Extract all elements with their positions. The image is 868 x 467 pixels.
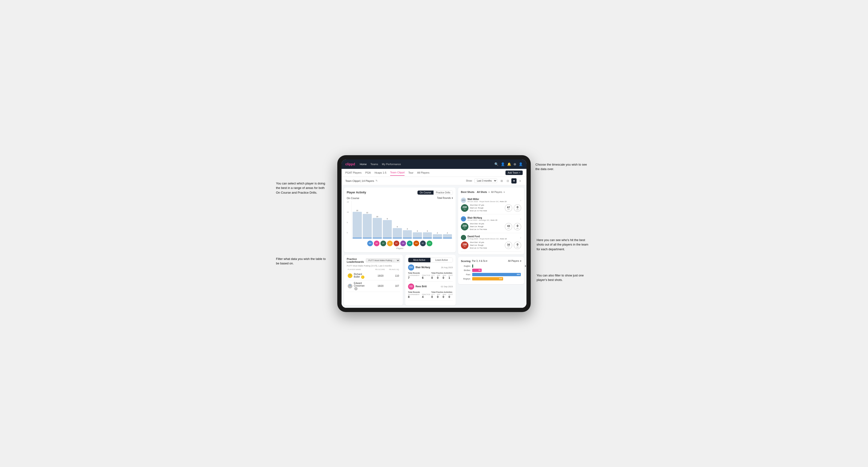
practice-col: Practice 6 (422, 275, 430, 280)
subnav-all-players[interactable]: All Players (417, 170, 430, 176)
bar-group: 2 (443, 232, 452, 238)
col-player-name: PLAYER NAME (348, 269, 371, 271)
bar (403, 230, 412, 239)
chart-dropdown[interactable]: Total Rounds ▾ (437, 197, 453, 199)
leaderboard-columns: PLAYER NAME PB SCORE PB AVG SQ (347, 269, 400, 271)
shot-badge: 200 SG (461, 223, 468, 230)
subnav-team-clippd[interactable]: Team Clippd (390, 169, 404, 176)
scoring-title: Scoring (461, 260, 470, 262)
bar-group: 12 (363, 212, 372, 239)
shot-distance-box: 67 yds (505, 204, 512, 212)
gtt-col: GTT 0 (431, 275, 434, 280)
birdies-bar: 96 (472, 269, 482, 272)
search-icon[interactable]: 🔍 (494, 162, 498, 166)
shot-player-info: Blair McHarg 23 Jul 2023 · Ashridge GC, … (467, 217, 519, 221)
sub-nav: PGAT Players PGA Hcaps 1-5 Team Clippd T… (342, 169, 526, 177)
edit-icon[interactable]: ✎ (375, 179, 378, 182)
expand-icon[interactable]: › (520, 198, 521, 202)
scoring-dropdown[interactable]: Par 3, 4 & 5s ▾ (472, 260, 487, 262)
leaderboard-dropdown[interactable]: PUTT Must Make Putting ... (366, 258, 400, 262)
least-active-btn[interactable]: Least Active (431, 258, 453, 262)
player-avatars: BMBBDFJCEEGBRBMMECLR (347, 241, 453, 246)
chevron-down-icon: ▾ (503, 191, 505, 193)
annotation-timescale: Choose the timescale you wish to see the… (535, 162, 587, 172)
expand-icon[interactable]: › (520, 236, 521, 239)
chevron-down-icon: ▾ (489, 191, 490, 193)
heart-view-icon[interactable]: ♥ (512, 178, 517, 184)
birdies-row: Birdies 96 (461, 269, 521, 272)
putt-col: PUTT 1 (448, 275, 453, 280)
subnav-tour[interactable]: Tour (408, 170, 413, 176)
arg-col: ARG 0 (442, 294, 446, 299)
add-team-button[interactable]: Add Team + (505, 170, 523, 175)
time-period-select[interactable]: Last 3 months Last 6 months Last year (474, 179, 497, 183)
practice-drills-toggle[interactable]: Practice Drills (434, 191, 453, 195)
total-rounds-label: Total Rounds (408, 272, 431, 274)
user-icon[interactable]: 👤 (501, 162, 505, 166)
eagles-row: Eagles 3 (461, 264, 521, 268)
ma-player-header: BM Blair McHarg 26 Aug 2023 (408, 264, 453, 271)
bar (433, 234, 442, 238)
team-header: Team Clippd | 14 Players ✎ Show: Last 3 … (342, 177, 526, 185)
bar-group: 3 (423, 230, 432, 239)
birdies-bar-wrap: 96 (472, 269, 521, 272)
player-activity-header: Player Activity On Course Practice Drill… (347, 190, 453, 195)
chart-header: On Course Total Rounds ▾ (347, 197, 453, 199)
bell-icon[interactable]: 🔔 (507, 162, 511, 166)
chevron-down-icon: ▾ (452, 197, 453, 199)
scoring-card: Scoring Par 3, 4 & 5s ▾ All Players ▾ (458, 257, 524, 284)
shot-end-box: 0 yds (514, 223, 521, 230)
shot-distance-box: 43 yds (505, 223, 512, 230)
team-header-controls: Show: Last 3 months Last 6 months Last y… (466, 178, 523, 184)
all-shots-tab[interactable]: All Shots (476, 190, 488, 194)
tablet-screen: clippd Home Teams My Performance 🔍 👤 🔔 ⊕… (342, 159, 526, 308)
ma-player-name: Rees Britt (415, 285, 427, 288)
ma-avatar: BM (408, 264, 414, 271)
subnav-pga[interactable]: PGA (365, 170, 371, 176)
subnav-pgat[interactable]: PGAT Players (345, 170, 362, 176)
avatar-icon[interactable]: 👤 (519, 162, 523, 166)
plus-circle-icon[interactable]: ⊕ (514, 162, 516, 166)
expand-icon[interactable]: › (520, 217, 521, 221)
scoring-header: Scoring Par 3, 4 & 5s ▾ All Players ▾ (461, 260, 521, 262)
chart-section-label: On Course (347, 197, 359, 199)
player-activity-card: Player Activity On Course Practice Drill… (344, 187, 456, 252)
list-view-icon[interactable]: ⊟ (505, 178, 510, 184)
scoring-filter[interactable]: All Players ▾ (508, 260, 521, 262)
bottom-row: Practice Leaderboards PUTT Must Make Put… (344, 255, 456, 305)
shot-player-row: BM Blair McHarg 23 Jul 2023 · Ashridge G… (461, 216, 521, 221)
players-tab[interactable]: All Players (490, 190, 503, 194)
on-course-toggle[interactable]: On Course (417, 191, 434, 195)
shot-course: 24 Aug 2023 · Royal North Devon GC, Hole… (467, 238, 519, 240)
grid-view-icon[interactable]: ⊞ (499, 178, 504, 184)
leaderboard-header: Practice Leaderboards PUTT Must Make Put… (347, 257, 400, 263)
best-shots-card: Best Shots All Shots ▾ All Players ▾ (458, 187, 524, 254)
shot-player-row: DF David Ford 24 Aug 2023 · Royal North … (461, 235, 521, 240)
nav-home[interactable]: Home (360, 162, 367, 166)
leaderboard-subtitle: PUTT Must Make Putting (3-6 ft), Last 3 … (347, 264, 400, 267)
nav-icons: 🔍 👤 🔔 ⊕ 👤 (494, 162, 523, 166)
leaderboard-card: Practice Leaderboards PUTT Must Make Put… (344, 255, 403, 305)
player-avatar: JC (387, 241, 393, 246)
right-column: Best Shots All Shots ▾ All Players ▾ (458, 187, 524, 305)
nav-my-performance[interactable]: My Performance (382, 162, 401, 166)
best-shots-header: Best Shots All Shots ▾ All Players ▾ (461, 190, 521, 194)
lb-player-name: Edward Crossman 2 (354, 282, 368, 290)
bar (443, 234, 452, 238)
lb-score: 19/20 (369, 275, 383, 277)
chevron-down-icon: ▾ (520, 260, 521, 262)
nav-teams[interactable]: Teams (371, 162, 378, 166)
lb-score: 18/20 (369, 285, 383, 287)
most-active-btn[interactable]: Most Active (408, 258, 431, 262)
shot-avatar: DF (461, 235, 466, 240)
practice-col: Practice 4 (422, 294, 430, 299)
nav-links: Home Teams My Performance (360, 162, 494, 166)
subnav-hcaps[interactable]: Hcaps 1-5 (375, 170, 386, 176)
tournament-col: Tournament 8 (408, 294, 420, 299)
player-activity-title: Player Activity (347, 191, 366, 194)
bogeys-row: Bogeys 315 (461, 277, 521, 280)
activities-sub: GTT 0 APP 0 (431, 275, 453, 280)
shot-row: MM Matt Miller 09 Jun 2023 · Royal North… (461, 196, 521, 214)
rows-view-icon[interactable]: ≡ (518, 178, 523, 184)
eagles-bar-wrap: 3 (472, 264, 521, 268)
